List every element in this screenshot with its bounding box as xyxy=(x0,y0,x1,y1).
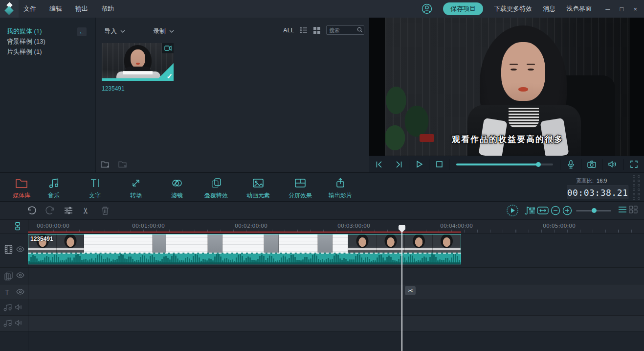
snapshot-camera-icon[interactable] xyxy=(581,159,602,170)
title-bar: 文件 编辑 输出 帮助 保存项目 下载更多特效 消息 浅色界面 ─ □ × xyxy=(0,0,644,18)
zoom-in-icon[interactable] xyxy=(562,206,572,215)
audio-mixer-icon[interactable] xyxy=(524,206,535,215)
scissors-icon[interactable]: ✂ xyxy=(82,206,89,216)
clip-name-label: 1235491 xyxy=(30,235,53,242)
menu-export[interactable]: 输出 xyxy=(75,4,88,13)
split-screen-icon xyxy=(284,176,317,190)
layout-grid-icon[interactable] xyxy=(629,206,638,213)
ruler-label: 00:04:00:00 xyxy=(440,223,473,229)
tab-export[interactable]: 输出影片 xyxy=(324,176,357,200)
window-controls: ─ □ × xyxy=(605,5,637,13)
video-subtitle: 观看作品的收益要高的很多 xyxy=(385,134,630,145)
import-label: 导入 xyxy=(104,27,117,36)
tab-split-screen[interactable]: 分屏效果 xyxy=(284,176,317,200)
marker-icon[interactable] xyxy=(14,222,22,231)
person-face xyxy=(501,42,545,101)
sidebar-item-background-samples[interactable]: 背景样例 (13) xyxy=(7,37,95,47)
record-voiceover-icon[interactable] xyxy=(560,159,581,170)
delete-folder-icon[interactable] xyxy=(118,161,128,168)
record-dropdown[interactable]: 录制 xyxy=(153,27,174,36)
clip-frame-person xyxy=(405,234,433,253)
tab-music[interactable]: 音乐 xyxy=(37,176,70,200)
timecode-display: 00:03:38.21 xyxy=(567,186,628,199)
account-avatar-icon[interactable] xyxy=(422,3,432,14)
trash-icon[interactable] xyxy=(101,206,110,215)
stop-button[interactable] xyxy=(429,159,449,170)
next-frame-button[interactable] xyxy=(389,159,409,170)
menu-help[interactable]: 帮助 xyxy=(101,4,114,13)
video-track-visibility-eye-icon[interactable] xyxy=(16,246,24,252)
clip-frame-screen xyxy=(222,234,264,253)
tab-elements[interactable]: 动画元素 xyxy=(242,176,275,200)
redo-icon[interactable] xyxy=(45,206,55,215)
progress-thumb[interactable] xyxy=(536,162,541,167)
tab-media-library[interactable]: 媒体库 xyxy=(5,176,38,200)
clip-frame-person xyxy=(377,234,405,253)
clip-frame-gray xyxy=(318,234,333,253)
audio-track-1-mute-speaker-icon[interactable] xyxy=(15,304,22,310)
download-effects-link[interactable]: 下载更多特效 xyxy=(494,4,532,13)
media-clip-name: 1235491 xyxy=(102,85,125,92)
rendered-indicator-line xyxy=(28,232,461,233)
filter-circles-icon xyxy=(160,176,194,190)
messages-link[interactable]: 消息 xyxy=(543,4,555,13)
tab-text[interactable]: 文字 xyxy=(78,176,111,200)
check-icon: ✓ xyxy=(166,72,173,81)
adjust-sliders-icon[interactable] xyxy=(64,206,73,215)
audio-track-2-mute-speaker-icon[interactable] xyxy=(15,320,22,326)
dock-handle-dots[interactable] xyxy=(633,175,640,200)
zoom-slider-thumb[interactable] xyxy=(592,208,597,213)
playback-progress-slider[interactable] xyxy=(449,159,560,170)
timeline-ruler[interactable]: 00:00:00:0000:01:00:0000:02:00:0000:03:0… xyxy=(0,219,644,233)
track-options-icon[interactable] xyxy=(618,206,627,213)
close-button[interactable]: × xyxy=(633,5,637,13)
media-folder-actions xyxy=(101,161,128,168)
tab-overlays[interactable]: 叠覆特效 xyxy=(200,176,233,200)
fit-timeline-icon[interactable] xyxy=(537,206,549,215)
volume-icon[interactable] xyxy=(602,159,623,170)
import-dropdown[interactable]: 导入 xyxy=(104,27,125,36)
text-track[interactable] xyxy=(0,284,644,300)
audio-track-1-note-icon xyxy=(3,304,13,311)
collapse-sidebar-button[interactable]: ← xyxy=(77,27,87,36)
grid-view-icon[interactable] xyxy=(313,27,320,34)
sidebar-item-intro-samples[interactable]: 片头样例 (1) xyxy=(7,47,95,57)
save-project-button[interactable]: 保存项目 xyxy=(443,2,483,15)
playhead-line[interactable] xyxy=(401,232,402,351)
ruler-label: 00:05:00:00 xyxy=(543,223,576,229)
undo-icon[interactable] xyxy=(27,206,37,215)
pip-track-visibility-eye-icon[interactable] xyxy=(16,272,24,278)
play-button[interactable] xyxy=(409,159,429,170)
render-preview-icon[interactable] xyxy=(507,205,518,216)
audio-track-1[interactable] xyxy=(0,300,644,315)
audio-track-2[interactable] xyxy=(0,315,644,331)
title-bar-right: 保存项目 下载更多特效 消息 浅色界面 ─ □ × xyxy=(422,2,644,15)
maximize-button[interactable]: □ xyxy=(620,5,624,13)
menu-file[interactable]: 文件 xyxy=(23,4,36,13)
aspect-label: 宽高比: xyxy=(576,178,594,184)
clip-waveform xyxy=(28,254,461,262)
light-theme-link[interactable]: 浅色界面 xyxy=(566,4,592,13)
tab-transitions[interactable]: 转场 xyxy=(119,176,153,200)
minimize-button[interactable]: ─ xyxy=(605,5,610,13)
filter-all-button[interactable]: ALL xyxy=(283,27,294,34)
scissors-cursor: ✂ xyxy=(405,286,416,295)
ruler-label: 00:02:00:00 xyxy=(235,223,267,229)
media-clip-thumbnail[interactable]: ✓ xyxy=(102,43,174,81)
pip-track[interactable] xyxy=(0,267,644,284)
list-view-icon[interactable] xyxy=(300,27,308,33)
clip-footer-bar xyxy=(28,262,461,264)
tab-filters[interactable]: 滤镜 xyxy=(160,176,194,200)
clip-frame-gray xyxy=(208,234,222,253)
timeline-zoom-slider[interactable] xyxy=(576,210,611,211)
add-folder-icon[interactable] xyxy=(101,161,111,168)
text-icon xyxy=(78,176,111,190)
zoom-out-icon[interactable] xyxy=(551,206,560,215)
timeline-video-clip[interactable]: 1235491 xyxy=(28,234,461,264)
previous-frame-button[interactable] xyxy=(369,159,389,170)
fullscreen-icon[interactable] xyxy=(623,159,644,170)
text-track-visibility-eye-icon[interactable] xyxy=(16,289,24,295)
app-logo-icon xyxy=(0,0,19,18)
timeline-toolbar: ✂ xyxy=(0,202,644,219)
menu-edit[interactable]: 编辑 xyxy=(49,4,62,13)
